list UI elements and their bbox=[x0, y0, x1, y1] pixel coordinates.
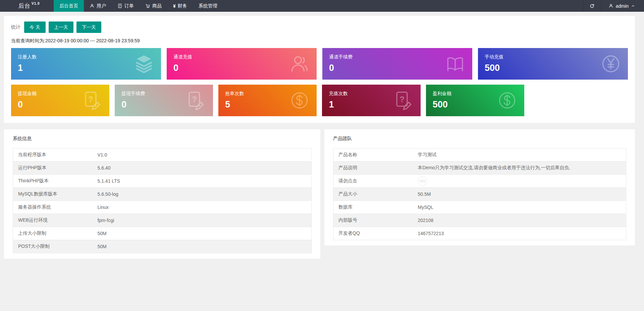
row-value: V1.0 bbox=[93, 148, 312, 162]
stat-card: 充值次数1? bbox=[322, 85, 420, 116]
stat-card: 提现金额0? bbox=[11, 85, 109, 116]
stat-card: 提现手续费0? bbox=[115, 85, 213, 116]
table-row: 产品大小50.5M bbox=[333, 188, 626, 201]
row-value: 5.1.41 LTS bbox=[93, 175, 312, 188]
row-value: MySQL bbox=[413, 201, 626, 214]
row-label: 请勿点击 bbox=[333, 175, 413, 188]
row-value: 404 bbox=[413, 175, 626, 188]
svg-text:?: ? bbox=[88, 95, 93, 104]
stat-card: 盈利金额500 bbox=[426, 85, 524, 116]
nav-item-label: 商品 bbox=[152, 3, 162, 9]
table-row: 开发者QQ1467572213 bbox=[333, 227, 626, 240]
table-row: 运行PHP版本5.6.40 bbox=[13, 162, 312, 175]
stats-panel: 统计 今 天上一天下一天 当前查询时间为:2022-08-19 00:00:00… bbox=[4, 16, 635, 123]
layers-icon bbox=[134, 54, 154, 74]
nav-item-1[interactable]: 用户 bbox=[84, 0, 112, 12]
row-label: 服务器操作系统 bbox=[13, 201, 93, 214]
row-label: 运行PHP版本 bbox=[13, 162, 93, 175]
nav-item-label: 用户 bbox=[97, 3, 106, 9]
row-label: 产品说明 bbox=[333, 162, 413, 175]
nav-item-3[interactable]: 商品 bbox=[140, 0, 167, 12]
stat-card-label: 通道充值 bbox=[173, 54, 310, 60]
system-info-rows: 当前程序版本V1.0运行PHP版本5.6.40ThinkPHP版本5.1.41 … bbox=[13, 148, 312, 253]
stat-card-value: 500 bbox=[485, 63, 621, 73]
row-value: 50M bbox=[93, 240, 312, 253]
table-row: 当前程序版本V1.0 bbox=[13, 148, 312, 162]
refresh-icon bbox=[589, 3, 595, 9]
row-label: 当前程序版本 bbox=[13, 148, 93, 162]
stat-card-value: 1 bbox=[18, 63, 154, 73]
system-info-panel: 系统信息 当前程序版本V1.0运行PHP版本5.6.40ThinkPHP版本5.… bbox=[4, 129, 320, 259]
stat-card-label: 注册人数 bbox=[18, 54, 154, 60]
nav-item-5[interactable]: 系统管理 bbox=[193, 0, 223, 12]
row-value: Linux bbox=[93, 201, 312, 214]
row-value: 学习测试 bbox=[413, 148, 626, 162]
brand-title: 后台 bbox=[18, 2, 31, 10]
nav-menu: 后台首页用户订单商品¥财务系统管理 bbox=[54, 0, 223, 12]
row-value: 1467572213 bbox=[413, 227, 626, 240]
table-row: 上传大小限制50M bbox=[13, 227, 312, 240]
doc-question-icon: ? bbox=[186, 91, 206, 110]
badge-404[interactable]: 404 bbox=[418, 176, 427, 186]
dollar-circle-icon bbox=[497, 91, 517, 110]
table-row: 请勿点击404 bbox=[333, 175, 626, 188]
doc-question-icon: ? bbox=[83, 91, 102, 110]
nav-item-label: 后台首页 bbox=[59, 3, 78, 9]
stat-card-label: 手动充值 bbox=[485, 54, 621, 60]
stat-card: 手动充值500 bbox=[478, 48, 628, 80]
brand: 后台 V1.0 bbox=[0, 0, 54, 12]
nav-item-label: 系统管理 bbox=[199, 3, 217, 9]
row-value: fpm-fcgi bbox=[93, 214, 312, 227]
stats-filter-button-1[interactable]: 上一天 bbox=[49, 21, 73, 33]
row-label: 数据库 bbox=[333, 201, 413, 214]
stat-card: 通道充值0 bbox=[167, 48, 317, 80]
nav-item-2[interactable]: 订单 bbox=[112, 0, 140, 12]
refresh-button[interactable] bbox=[583, 0, 601, 12]
yen-icon: ¥ bbox=[173, 3, 176, 9]
row-value: 5.6.40 bbox=[93, 162, 312, 175]
table-row: MySQL数据库版本5.6.50-log bbox=[13, 188, 312, 201]
table-row: POST大小限制50M bbox=[13, 240, 312, 253]
dollar-circle-icon bbox=[290, 91, 309, 110]
table-row: 内部版号202108 bbox=[333, 214, 626, 227]
row-value: 本Demo只为学习测试交流,请勿要做商业或者用于违法行为,一切后果自负. bbox=[413, 162, 626, 175]
stat-card-label: 通道手续费 bbox=[329, 54, 466, 60]
row-label: 产品名称 bbox=[333, 148, 413, 162]
row-label: POST大小限制 bbox=[13, 240, 93, 253]
query-time-text: 当前查询时间为:2022-08-19 00:00:00 --- 2022-08-… bbox=[11, 38, 628, 44]
table-row: ThinkPHP版本5.1.41 LTS bbox=[13, 175, 312, 188]
row-label: 上传大小限制 bbox=[13, 227, 93, 240]
person-icon bbox=[90, 3, 95, 8]
admin-menu[interactable]: admin bbox=[601, 0, 644, 12]
stat-cards-row1: 注册人数1通道充值0通道手续费0手动充值500 bbox=[11, 48, 628, 80]
nav-item-label: 订单 bbox=[124, 3, 134, 9]
stat-card: 注册人数1 bbox=[11, 48, 161, 80]
brand-version: V1.0 bbox=[32, 2, 40, 5]
table-row: WEB运行环境fpm-fcgi bbox=[13, 214, 312, 227]
stat-card: 通道手续费0 bbox=[322, 48, 472, 80]
stats-filter-button-0[interactable]: 今 天 bbox=[24, 21, 46, 33]
bottom-panels: 系统信息 当前程序版本V1.0运行PHP版本5.6.40ThinkPHP版本5.… bbox=[4, 129, 635, 259]
system-info-title: 系统信息 bbox=[13, 136, 312, 142]
table-row: 产品名称学习测试 bbox=[333, 148, 626, 162]
stat-cards-row2: 提现金额0?提现手续费0?抢单次数5充值次数1?盈利金额500 bbox=[11, 85, 628, 116]
admin-username: admin bbox=[616, 3, 629, 9]
stats-filter-button-2[interactable]: 下一天 bbox=[76, 21, 101, 33]
cart-icon bbox=[145, 3, 150, 8]
row-value: 50M bbox=[93, 227, 312, 240]
stat-card: 抢单次数5 bbox=[218, 85, 317, 116]
stats-label: 统计 bbox=[11, 24, 20, 30]
table-row: 服务器操作系统Linux bbox=[13, 201, 312, 214]
book-icon bbox=[445, 54, 465, 74]
row-label: WEB运行环境 bbox=[13, 214, 93, 227]
users-icon bbox=[290, 54, 309, 74]
row-value: 202108 bbox=[413, 214, 626, 227]
user-icon bbox=[608, 3, 613, 8]
row-label: ThinkPHP版本 bbox=[13, 175, 93, 188]
navbar-right: admin bbox=[583, 0, 644, 12]
row-label: 开发者QQ bbox=[333, 227, 413, 240]
doc-question-icon: ? bbox=[394, 91, 413, 110]
svg-text:?: ? bbox=[192, 95, 197, 104]
nav-item-4[interactable]: ¥财务 bbox=[167, 0, 193, 12]
nav-item-0[interactable]: 后台首页 bbox=[54, 0, 84, 12]
